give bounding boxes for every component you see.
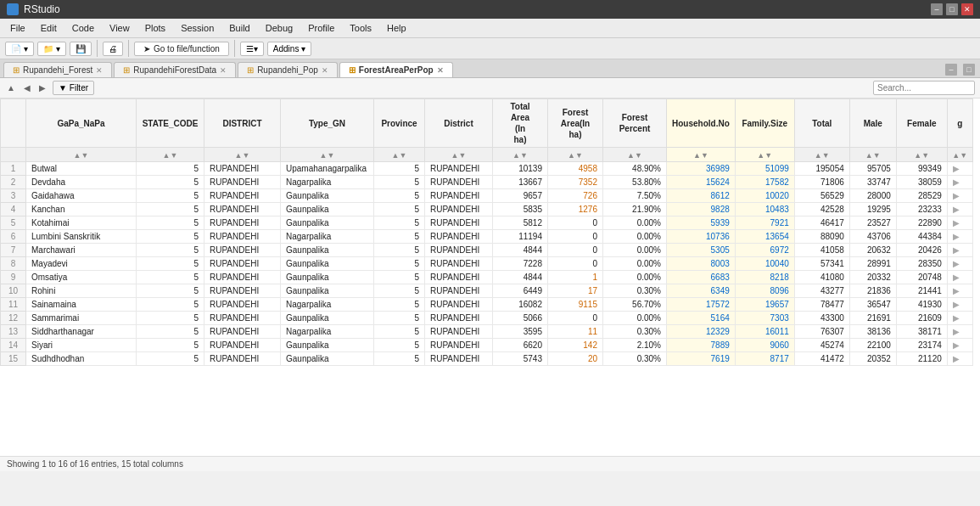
cell-total: 56529 [794,189,849,203]
go-to-file-box[interactable]: ➤ Go to file/function [134,42,229,56]
sort-gapa-napa[interactable]: ▲▼ [26,148,137,162]
table-row: 6Lumbini Sanskritik5RUPANDEHINagarpalika… [1,230,973,244]
sort-total-area[interactable]: ▲▼ [493,148,548,162]
cell-district: RUPANDEHI [425,230,493,244]
menu-profile[interactable]: Profile [301,20,341,36]
sort-province[interactable]: ▲▼ [374,148,425,162]
sort-district-col[interactable]: ▲▼ [204,148,281,162]
cell-forest-area: 1276 [548,203,603,216]
cell-district: RUPANDEHI [425,162,493,176]
table-row: 14Siyari5RUPANDEHIGaunpalika5RUPANDEHI66… [1,339,973,352]
cell-family-size: 8218 [735,271,794,284]
table-row: 15Sudhdhodhan5RUPANDEHIGaunpalika5RUPAND… [1,352,973,366]
cell-district: RUPANDEHI [425,189,493,203]
sort-type-gn[interactable]: ▲▼ [281,148,374,162]
cell-district: RUPANDEHI [425,298,493,312]
up-arrow-btn[interactable]: ▲ [5,82,17,94]
cell-forest-area: 0 [548,244,603,257]
cell-female: 20748 [896,271,947,284]
open-file-button[interactable]: 📁▾ [37,42,66,56]
sort-total[interactable]: ▲▼ [794,148,849,162]
cell-total: 195054 [794,162,849,176]
sort-forest-percent[interactable]: ▲▼ [603,148,667,162]
sort-state-code[interactable]: ▲▼ [137,148,204,162]
tab-close-4[interactable]: ✕ [437,66,444,75]
cell-forest-percent: 0.30% [603,352,667,366]
menu-file[interactable]: File [3,20,32,36]
cell-row-num: 8 [1,257,26,271]
sort-forest-area[interactable]: ▲▼ [548,148,603,162]
panel-minimize-button[interactable]: – [945,64,957,76]
filter-button[interactable]: ▼ Filter [53,81,94,95]
cell-gapa-napa: Sammarimai [26,312,137,325]
maximize-button[interactable]: □ [946,3,958,15]
menu-help[interactable]: Help [380,20,413,36]
cell-district: RUPANDEHI [425,203,493,216]
cell-total-area: 9657 [493,189,548,203]
col-header-gapa-napa: GaPa_NaPa [26,99,137,148]
menu-code[interactable]: Code [65,20,101,36]
menu-plots[interactable]: Plots [138,20,172,36]
cell-forest-area: 142 [548,339,603,352]
sort-g[interactable]: ▲▼ [947,148,972,162]
cell-row-num: 3 [1,189,26,203]
menu-tools[interactable]: Tools [343,20,378,36]
tab-rupandehi-pop[interactable]: ⊞ Rupandehi_Pop ✕ [238,62,338,77]
cell-district-col: RUPANDEHI [204,257,281,271]
search-input[interactable] [873,81,975,95]
panel-maximize-button[interactable]: □ [963,64,975,76]
menu-view[interactable]: View [103,20,137,36]
print-button[interactable]: 🖨 [103,42,123,56]
cell-type-gn: Nagarpalika [281,298,374,312]
table-row: 1Butwal5RUPANDEHIUpamahanagarpalika5RUPA… [1,162,973,176]
cell-gapa-napa: Sainamaina [26,298,137,312]
col-header-female: Female [896,99,947,148]
tab-forest-area-per-pop[interactable]: ⊞ ForestAreaPerPop ✕ [339,62,453,77]
cell-total-area: 7228 [493,257,548,271]
cell-male: 28000 [849,189,896,203]
menu-bar: File Edit Code View Plots Session Build … [0,19,980,38]
cell-district-col: RUPANDEHI [204,216,281,230]
menu-debug[interactable]: Debug [259,20,300,36]
menu-edit[interactable]: Edit [34,20,64,36]
cell-g: ▶ [947,176,972,189]
cell-district-col: RUPANDEHI [204,339,281,352]
cell-total-area: 6620 [493,339,548,352]
cell-type-gn: Gaunpalika [281,352,374,366]
sort-district[interactable]: ▲▼ [425,148,493,162]
cell-total: 41080 [794,271,849,284]
cell-total-area: 4844 [493,271,548,284]
tab-close-2[interactable]: ✕ [220,66,227,75]
tab-rupandehi-forest-data[interactable]: ⊞ RupandehiForestData ✕ [114,62,236,77]
minimize-button[interactable]: – [931,3,943,15]
sort-household-no[interactable]: ▲▼ [667,148,736,162]
cell-family-size: 8096 [735,284,794,298]
col-header-family-size: Family.Size [735,99,794,148]
sort-female[interactable]: ▲▼ [896,148,947,162]
grid-button[interactable]: ☰▾ [240,42,264,56]
sort-family-size[interactable]: ▲▼ [735,148,794,162]
save-button[interactable]: 💾 [70,42,92,56]
addins-button[interactable]: Addins ▾ [267,42,312,56]
cell-household-no: 6349 [667,284,736,298]
tab-close-3[interactable]: ✕ [322,66,328,75]
cell-male: 20332 [849,271,896,284]
cell-province: 5 [374,257,425,271]
tab-close-1[interactable]: ✕ [96,66,103,75]
left-arrow-btn[interactable]: ◀ [22,82,32,94]
menu-build[interactable]: Build [222,20,256,36]
close-button[interactable]: ✕ [961,3,973,15]
sort-male[interactable]: ▲▼ [849,148,896,162]
menu-session[interactable]: Session [174,20,221,36]
cell-state-code: 5 [137,230,204,244]
new-file-button[interactable]: 📄▾ [5,42,34,56]
cell-gapa-napa: Kotahimai [26,216,137,230]
tab-rupandehi-forest[interactable]: ⊞ Rupandehi_Forest ✕ [3,62,112,77]
cell-state-code: 5 [137,176,204,189]
cell-family-size: 16011 [735,325,794,339]
cell-state-code: 5 [137,339,204,352]
right-arrow-btn[interactable]: ▶ [37,82,48,94]
table-header-row: GaPa_NaPa STATE_CODE DISTRICT Type_GN Pr… [1,99,973,148]
cell-row-num: 9 [1,271,26,284]
table-container[interactable]: GaPa_NaPa STATE_CODE DISTRICT Type_GN Pr… [0,98,980,456]
